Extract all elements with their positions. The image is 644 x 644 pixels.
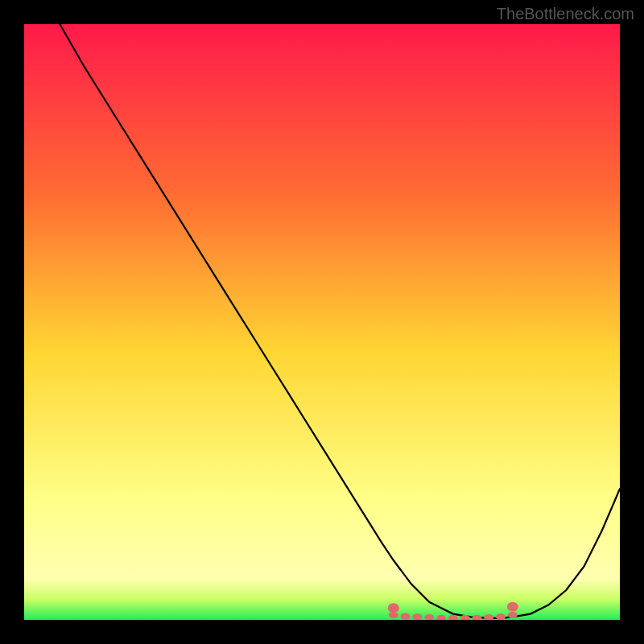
valley-marker-dot — [401, 613, 411, 620]
chart-svg — [24, 24, 620, 620]
chart-container: TheBottleneck.com — [0, 0, 644, 644]
valley-marker-end — [388, 603, 399, 613]
plot-area — [24, 24, 620, 620]
valley-marker-dot — [412, 613, 422, 620]
valley-marker-dot — [508, 612, 518, 618]
watermark-text: TheBottleneck.com — [497, 5, 634, 23]
valley-marker-dot — [496, 613, 506, 620]
valley-marker-end — [507, 602, 518, 612]
valley-marker-dot — [389, 612, 398, 618]
